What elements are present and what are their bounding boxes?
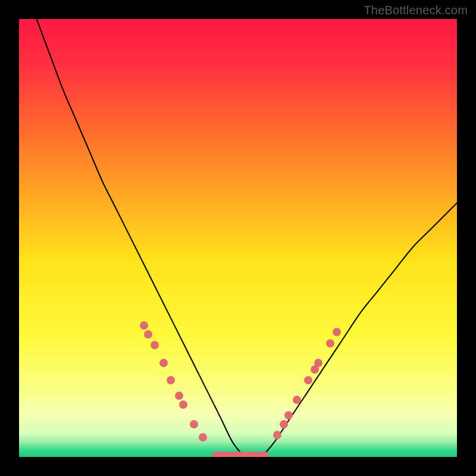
curve-marker-right-1 — [280, 420, 288, 428]
curve-marker-left-0 — [140, 321, 148, 330]
watermark-text: TheBottleneck.com — [364, 4, 468, 17]
curve-bottom-bar — [212, 452, 269, 457]
curve-marker-left-8 — [199, 433, 207, 441]
curve-marker-right-4 — [304, 376, 312, 384]
curve-marker-left-1 — [144, 330, 152, 339]
curve-marker-left-6 — [179, 400, 187, 409]
curve-marker-right-0 — [273, 431, 281, 439]
curve-marker-left-2 — [151, 341, 159, 349]
curve-marker-right-7 — [326, 339, 334, 347]
plot-area — [19, 19, 457, 457]
curve-marker-right-8 — [333, 328, 341, 336]
curve-marker-left-3 — [159, 359, 168, 367]
bottleneck-curve — [19, 19, 457, 457]
curve-marker-right-2 — [284, 411, 293, 419]
curve-marker-left-4 — [167, 376, 175, 384]
curve-marker-right-6 — [314, 359, 322, 367]
curve-marker-right-3 — [293, 396, 301, 404]
curve-marker-left-7 — [190, 420, 198, 428]
curve-marker-left-5 — [175, 392, 183, 400]
